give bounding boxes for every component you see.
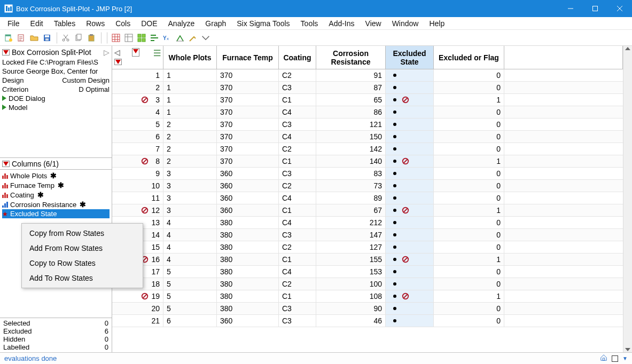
menu-help[interactable]: Help [424,18,450,29]
cell-excluded-state[interactable] [386,229,434,241]
cell-excluded-state[interactable] [386,241,434,253]
cell-coating[interactable]: C4 [279,192,316,204]
table-row[interactable]: 164380C11551 [112,254,623,266]
col-header-coating[interactable]: Coating [279,46,316,69]
cell-coating[interactable]: C1 [279,94,316,106]
cell-excluded-state[interactable] [386,82,434,93]
cell-corrosion[interactable]: 147 [316,229,386,241]
cell-corrosion[interactable]: 140 [316,155,386,167]
table-row[interactable]: 11370C2910 [112,69,623,82]
cell-furnace-temp[interactable]: 360 [217,204,279,216]
dropdown-icon[interactable]: ▼ [622,355,628,361]
cell-whole-plots[interactable]: 6 [163,315,217,327]
cell-excluded-flag[interactable]: 0 [434,266,504,278]
menu-rows[interactable]: Rows [81,18,110,29]
cell-furnace-temp[interactable]: 380 [217,303,279,314]
cell-excluded-state[interactable] [386,217,434,228]
cell-excluded-state[interactable] [386,254,434,265]
model[interactable]: Model [9,104,27,112]
cell-whole-plots[interactable]: 2 [163,131,217,143]
menu-tools[interactable]: Tools [295,18,324,29]
cell-coating[interactable]: C2 [279,180,316,192]
column-item[interactable]: Coating✱ [2,190,110,200]
cell-excluded-flag[interactable]: 0 [434,241,504,253]
table-row[interactable]: 154380C21270 [112,241,623,254]
cell-coating[interactable]: C4 [279,106,316,118]
cell-excluded-flag[interactable]: 1 [434,204,504,216]
cell-excluded-flag[interactable]: 0 [434,229,504,241]
row-number-cell[interactable]: 19 [112,290,163,302]
cell-whole-plots[interactable]: 1 [163,106,217,118]
table-row[interactable]: 185380C21000 [112,278,623,290]
menu-file[interactable]: File [2,18,25,29]
table-row[interactable]: 216360C3460 [112,315,623,327]
cell-excluded-state[interactable] [386,168,434,179]
cell-coating[interactable]: C3 [279,315,316,327]
cell-whole-plots[interactable]: 2 [163,143,217,155]
row-number-cell[interactable]: 10 [112,180,163,192]
menu-tables[interactable]: Tables [49,18,81,29]
cell-furnace-temp[interactable]: 370 [217,106,279,118]
cell-whole-plots[interactable]: 4 [163,217,217,228]
cell-excluded-flag[interactable]: 0 [434,69,504,81]
ctx-copy-to-row-states[interactable]: Copy to Row States [22,256,143,271]
cell-coating[interactable]: C2 [279,143,316,155]
row-header-corner[interactable]: ◁ ☰ [112,46,163,69]
home-icon[interactable] [600,354,607,363]
cell-corrosion[interactable]: 67 [316,204,386,216]
open-icon[interactable] [28,32,40,44]
cell-corrosion[interactable]: 86 [316,106,386,118]
cell-coating[interactable]: C3 [279,118,316,130]
cell-excluded-flag[interactable]: 0 [434,192,504,204]
cut-icon[interactable] [60,32,72,44]
cell-coating[interactable]: C1 [279,290,316,302]
play-green-icon[interactable] [2,96,6,101]
cell-furnace-temp[interactable]: 380 [217,217,279,228]
cell-corrosion[interactable]: 121 [316,118,386,130]
join-icon[interactable] [149,32,160,44]
menu-analyze[interactable]: Analyze [163,18,200,29]
cell-coating[interactable]: C3 [279,303,316,314]
doe-dialog[interactable]: DOE Dialog [9,94,45,102]
cell-excluded-flag[interactable]: 0 [434,303,504,314]
ctx-add-from-row-states[interactable]: Add From Row States [22,241,143,256]
cell-excluded-state[interactable] [386,94,434,106]
column-item[interactable]: ★Excluded State [2,209,110,218]
grid-icon[interactable] [110,32,122,44]
row-number-cell[interactable]: 5 [112,118,163,130]
fitY-icon[interactable]: Yx [161,32,173,44]
table-row[interactable]: 103360C2730 [112,180,623,192]
cell-excluded-flag[interactable]: 1 [434,290,504,302]
cell-corrosion[interactable]: 46 [316,315,386,327]
cell-coating[interactable]: C4 [279,217,316,228]
table-row[interactable]: 62370C41500 [112,131,623,143]
cell-excluded-state[interactable] [386,192,434,204]
cell-coating[interactable]: C1 [279,155,316,167]
menu-six-sigma-tools[interactable]: Six Sigma Tools [231,18,295,29]
table-row[interactable]: 82370C11401 [112,155,623,168]
row-number-cell[interactable]: 12 [112,204,163,216]
cell-excluded-state[interactable] [386,69,434,81]
col-header-excluded-state[interactable]: Excluded State [386,46,434,69]
save-icon[interactable] [41,32,53,44]
table-row[interactable]: 113360C4890 [112,192,623,204]
cell-furnace-temp[interactable]: 380 [217,229,279,241]
cell-corrosion[interactable]: 89 [316,192,386,204]
square-icon[interactable] [612,355,618,362]
cell-corrosion[interactable]: 100 [316,278,386,290]
minimize-button[interactable] [558,0,583,17]
cell-coating[interactable]: C2 [279,278,316,290]
cell-excluded-state[interactable] [386,155,434,167]
column-item[interactable]: Whole Plots✱ [2,171,110,180]
disclosure-icon[interactable] [2,161,10,167]
cell-whole-plots[interactable]: 5 [163,266,217,278]
table-row[interactable]: 205380C3900 [112,303,623,315]
cell-furnace-temp[interactable]: 360 [217,315,279,327]
row-number-cell[interactable]: 3 [112,94,163,106]
cell-corrosion[interactable]: 212 [316,217,386,228]
subset-icon[interactable] [136,32,147,44]
table-row[interactable]: 175380C41530 [112,266,623,278]
cell-whole-plots[interactable]: 1 [163,94,217,106]
cell-coating[interactable]: C4 [279,266,316,278]
cell-excluded-flag[interactable]: 0 [434,82,504,93]
